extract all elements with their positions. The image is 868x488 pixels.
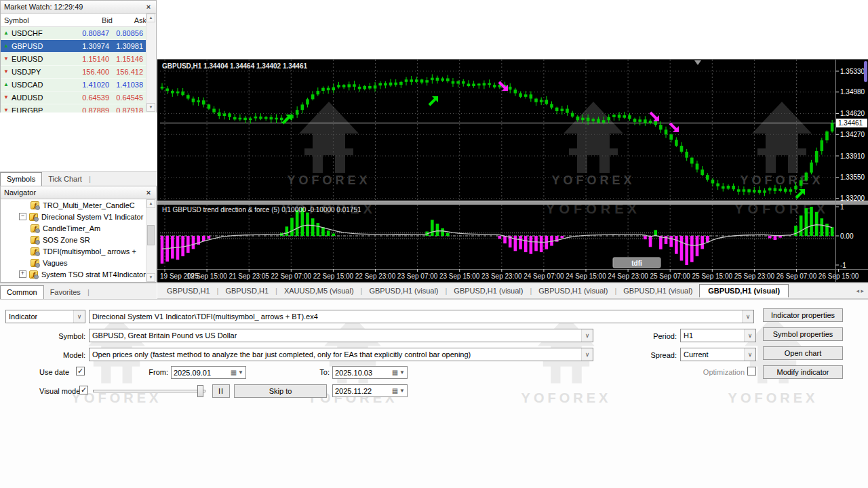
visual-speed-slider-track[interactable]: [93, 390, 205, 392]
navigator-item[interactable]: ƒTRO_Multi_Meter_CandleC: [1, 199, 156, 211]
scroll-down-icon[interactable]: ▼: [146, 103, 155, 112]
close-icon[interactable]: ×: [144, 3, 153, 11]
navigator-scrollbar[interactable]: ▲ ▼: [146, 199, 156, 282]
tester-indicator-path-select[interactable]: Direcional System V1 Indicator\TDFI(mult…: [89, 310, 754, 323]
bid-value: 156.400: [71, 68, 109, 76]
tab-scroll-arrows: ◂ ▸: [852, 287, 868, 294]
symbol-select[interactable]: GBPUSD, Great Britain Pound vs US Dollar…: [89, 329, 593, 342]
calendar-icon[interactable]: ▦: [231, 369, 237, 376]
indicator-fx-icon: ƒ: [29, 213, 38, 221]
to-date-field[interactable]: 2025.10.03 ▦▼: [332, 366, 408, 379]
calendar-icon[interactable]: ▦: [392, 387, 398, 394]
chart-tab-7[interactable]: GBPUSD,H1 (visual): [699, 284, 789, 298]
tab-separator: |: [88, 173, 92, 186]
model-select[interactable]: Open prices only (fastest method to anal…: [89, 348, 593, 361]
tab-scroll-right-icon[interactable]: ▸: [861, 287, 864, 294]
chevron-down-icon[interactable]: ▼: [399, 369, 405, 375]
close-icon[interactable]: ×: [144, 188, 153, 197]
skip-to-date-field[interactable]: 2025.11.22 ▦▼: [332, 384, 408, 397]
visual-mode-checkbox[interactable]: ✓: [79, 386, 88, 394]
modify-indicator-button[interactable]: Modify indicator: [763, 365, 843, 379]
tab-favorites[interactable]: Favorites: [44, 286, 87, 299]
navigator-item[interactable]: ƒCandleTimer_Am: [1, 222, 156, 234]
tab-symbols[interactable]: Symbols: [0, 172, 42, 186]
use-date-checkbox[interactable]: ✓: [76, 367, 85, 375]
arrow-up-icon: ▲: [3, 82, 9, 87]
symbol-label: Symbol:: [41, 332, 85, 340]
chart-tab-3[interactable]: GBPUSD,H1 (visual): [362, 285, 445, 297]
navigator-header[interactable]: Navigator ×: [1, 186, 156, 199]
calendar-icon[interactable]: ▦: [392, 369, 398, 376]
visual-mode-label: Visual mode: [39, 387, 80, 395]
period-select[interactable]: H1 ∨: [680, 329, 756, 342]
bid-value: 0.64539: [71, 94, 109, 102]
open-chart-button[interactable]: Open chart: [763, 346, 843, 360]
chart-tab-2[interactable]: XAUUSD,M5 (visual): [277, 285, 361, 297]
symbol-name: AUDUSD: [12, 94, 43, 102]
window-scrollbar-thumb[interactable]: [864, 61, 867, 82]
tab-tick-chart[interactable]: Tick Chart: [42, 173, 88, 186]
scroll-thumb[interactable]: [147, 225, 155, 245]
spread-select[interactable]: Current ∨: [680, 348, 756, 361]
optimization-label: Optimization: [690, 368, 745, 376]
chart-tabbar: GBPUSD,H1|GBPUSD,H1|XAUUSD,M5 (visual)|G…: [157, 283, 868, 299]
visual-speed-slider-handle[interactable]: [197, 385, 203, 397]
market-watch-row[interactable]: ▲USDCAD1.410201.41038: [1, 79, 156, 92]
scroll-up-icon[interactable]: ▲: [146, 199, 155, 208]
symbol-properties-button[interactable]: Symbol properties: [763, 327, 843, 341]
market-watch-header[interactable]: Market Watch: 12:29:49 ×: [1, 1, 156, 14]
symbol-cell: ▲USDCHF: [1, 29, 71, 37]
market-watch-scrollbar[interactable]: ▲ ▼: [146, 14, 156, 112]
column-bid[interactable]: Bid: [75, 16, 113, 24]
symbol-name: USDCAD: [12, 81, 43, 89]
navigator-item[interactable]: −ƒDirecional System V1 Indicator: [1, 211, 156, 222]
navigator-item[interactable]: ƒTDFI(multisymbol_ arrows +: [1, 245, 156, 257]
chart-tab-1[interactable]: GBPUSD,H1: [218, 285, 275, 297]
svg-text:24 Sep 07:00: 24 Sep 07:00: [524, 272, 564, 280]
column-ask[interactable]: Ask: [113, 16, 146, 24]
svg-text:YOFOREX: YOFOREX: [740, 174, 823, 187]
bid-value: 0.80847: [71, 29, 109, 37]
market-watch-row[interactable]: ▼AUDUSD0.645390.64545: [1, 92, 156, 104]
chart-canvas[interactable]: YOFOREXYOFOREXYOFOREXYOFOREXYOFOREXYOFOR…: [157, 59, 868, 283]
column-symbol[interactable]: Symbol: [1, 16, 75, 24]
tdfi-indicator-button[interactable]: tdfi: [613, 258, 660, 268]
navigator-item[interactable]: +ƒSystem TSO strat MT4Indicator:: [1, 268, 156, 280]
expand-icon[interactable]: +: [19, 270, 26, 278]
navigator-item-label: TDFI(multisymbol_ arrows +: [43, 247, 136, 256]
scroll-up-icon[interactable]: ▲: [146, 14, 155, 22]
navigator-item[interactable]: ƒSOS Zone SR: [1, 234, 156, 245]
market-watch-row[interactable]: ▼EURUSD1.151401.15146: [1, 53, 156, 66]
optimization-checkbox[interactable]: [747, 367, 756, 375]
skip-to-button[interactable]: Skip to: [234, 384, 327, 398]
indicator-properties-button[interactable]: Indicator properties: [763, 308, 843, 322]
tester-type-select[interactable]: Indicator ∨: [5, 310, 85, 323]
svg-text:22 Sep 15:00: 22 Sep 15:00: [313, 272, 354, 280]
chart-title: GBPUSD,H1 1.34404 1.34464 1.34402 1.3446…: [162, 62, 307, 70]
navigator-item-label: Direcional System V1 Indicator: [41, 213, 143, 221]
market-watch-row[interactable]: ▼USDJPY156.400156.412: [1, 66, 156, 79]
chart-tab-5[interactable]: GBPUSD,H1 (visual): [532, 285, 614, 297]
arrow-down-icon: ▼: [3, 108, 9, 113]
svg-text:23 Sep 23:00: 23 Sep 23:00: [481, 272, 522, 280]
chevron-down-icon[interactable]: ▼: [399, 388, 405, 394]
svg-text:1.33200: 1.33200: [840, 195, 865, 202]
chevron-down-icon[interactable]: ▼: [238, 369, 243, 375]
svg-text:25 Sep 23:00: 25 Sep 23:00: [734, 272, 775, 280]
indicator-fx-icon: ƒ: [31, 201, 39, 209]
chart-tab-0[interactable]: GBPUSD,H1: [160, 285, 217, 297]
ask-value: 156.412: [109, 68, 143, 76]
indicator-fx-icon: ƒ: [31, 236, 39, 244]
market-watch-row[interactable]: ▲GBPUSD1.309741.30981: [1, 40, 156, 53]
collapse-icon[interactable]: −: [19, 213, 26, 220]
market-watch-row[interactable]: ▲USDCHF0.808470.80856: [1, 27, 156, 40]
chart-tab-6[interactable]: GBPUSD,H1 (visual): [616, 285, 699, 297]
chart-tab-4[interactable]: GBPUSD,H1 (visual): [447, 285, 530, 297]
tab-common[interactable]: Common: [0, 285, 44, 300]
market-watch-row[interactable]: ▼EURGBP0.878890.87918: [1, 104, 156, 113]
from-date-field[interactable]: 2025.09.01 ▦▼: [171, 366, 246, 379]
navigator-item[interactable]: ƒVagues: [1, 257, 156, 268]
pause-button[interactable]: II: [212, 384, 230, 398]
scroll-down-icon[interactable]: ▼: [146, 273, 155, 282]
svg-text:19 Sep 15:00: 19 Sep 15:00: [186, 272, 227, 280]
